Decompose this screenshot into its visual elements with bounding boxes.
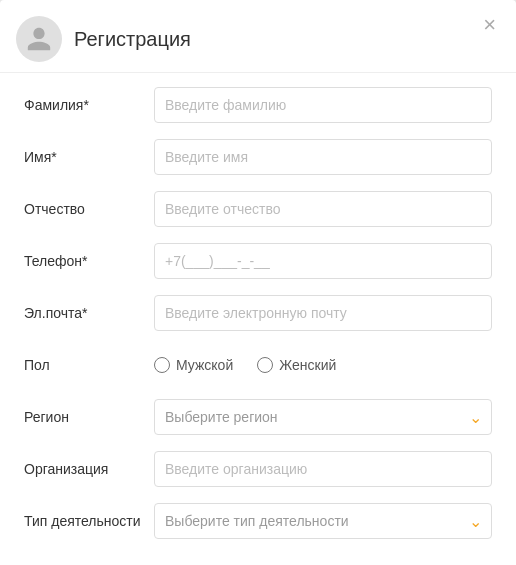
- modal-title: Регистрация: [74, 28, 496, 51]
- avatar-icon: [16, 16, 62, 62]
- gender-row: Пол Мужской Женский: [24, 343, 492, 387]
- first-name-input[interactable]: [154, 139, 492, 175]
- modal-body: Фамилия* Имя* Отчество Телефон* Эл.почта…: [0, 73, 516, 543]
- gender-male-radio[interactable]: [154, 357, 170, 373]
- registration-modal: Регистрация × Фамилия* Имя* Отчество Тел…: [0, 0, 516, 565]
- middle-name-row: Отчество: [24, 187, 492, 231]
- region-select-wrapper: Выберите регион ⌄: [154, 399, 492, 435]
- last-name-input[interactable]: [154, 87, 492, 123]
- gender-female-label: Женский: [279, 357, 336, 373]
- gender-female-radio[interactable]: [257, 357, 273, 373]
- last-name-label: Фамилия*: [24, 97, 154, 113]
- org-label: Организация: [24, 461, 154, 477]
- middle-name-input[interactable]: [154, 191, 492, 227]
- phone-row: Телефон*: [24, 239, 492, 283]
- first-name-row: Имя*: [24, 135, 492, 179]
- gender-male-option[interactable]: Мужской: [154, 357, 233, 373]
- email-row: Эл.почта*: [24, 291, 492, 335]
- org-input[interactable]: [154, 451, 492, 487]
- activity-row: Тип деятельности Выберите тип деятельнос…: [24, 499, 492, 543]
- email-label: Эл.почта*: [24, 305, 154, 321]
- region-select[interactable]: Выберите регион: [154, 399, 492, 435]
- activity-select[interactable]: Выберите тип деятельности: [154, 503, 492, 539]
- middle-name-label: Отчество: [24, 201, 154, 217]
- last-name-row: Фамилия*: [24, 83, 492, 127]
- org-row: Организация: [24, 447, 492, 491]
- gender-female-option[interactable]: Женский: [257, 357, 336, 373]
- modal-footer: Зарегистрироваться Уже зарегистрированы?…: [0, 551, 516, 565]
- phone-label: Телефон*: [24, 253, 154, 269]
- region-label: Регион: [24, 409, 154, 425]
- close-button[interactable]: ×: [477, 12, 502, 38]
- first-name-label: Имя*: [24, 149, 154, 165]
- email-input[interactable]: [154, 295, 492, 331]
- activity-label: Тип деятельности: [24, 513, 154, 529]
- modal-header: Регистрация ×: [0, 0, 516, 73]
- phone-input[interactable]: [154, 243, 492, 279]
- activity-select-wrapper: Выберите тип деятельности ⌄: [154, 503, 492, 539]
- gender-male-label: Мужской: [176, 357, 233, 373]
- gender-label: Пол: [24, 357, 154, 373]
- region-row: Регион Выберите регион ⌄: [24, 395, 492, 439]
- gender-group: Мужской Женский: [154, 357, 492, 373]
